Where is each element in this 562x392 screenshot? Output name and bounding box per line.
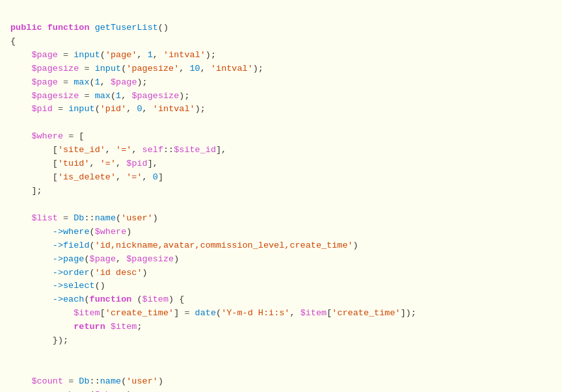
code-container: public function getTuserList() { $page =… (0, 0, 562, 392)
code-block: public function getTuserList() { $page =… (10, 8, 552, 392)
